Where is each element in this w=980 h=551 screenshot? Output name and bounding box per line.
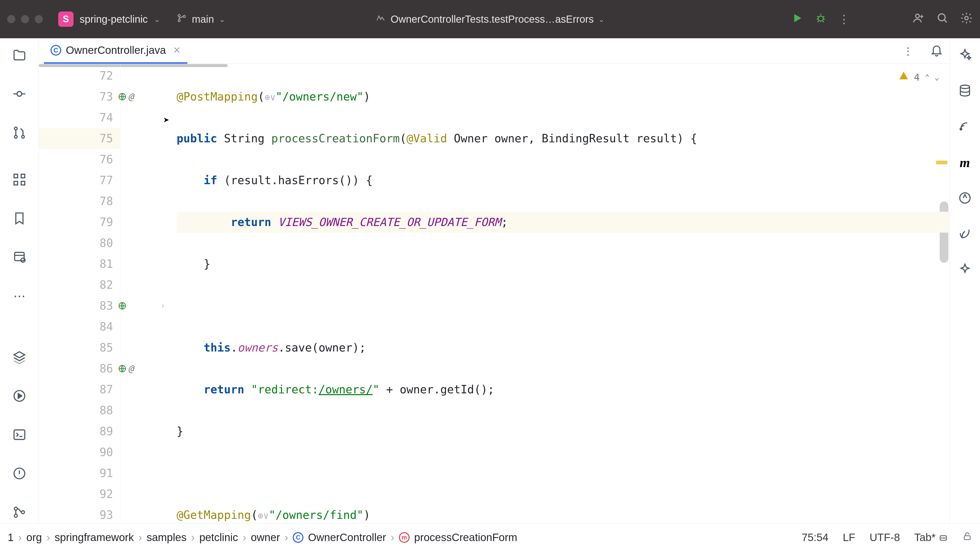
breadcrumb-item[interactable]: samples: [147, 531, 186, 544]
code-with-me-button[interactable]: [912, 12, 925, 27]
spring-tool-icon[interactable]: [958, 227, 972, 241]
close-window-icon[interactable]: [7, 15, 15, 23]
svg-rect-14: [21, 181, 25, 185]
breadcrumb-bar[interactable]: 1› org› springframework› samples› petcli…: [8, 531, 517, 544]
window-controls: [7, 15, 43, 23]
terminal-tool-icon[interactable]: [12, 427, 27, 443]
status-bar: 1› org› springframework› samples› petcli…: [0, 524, 980, 551]
status-right: 75:54 LF UTF-8 Tab*: [802, 531, 972, 544]
commit-tool-icon[interactable]: [12, 87, 27, 102]
java-class-icon: C: [51, 45, 61, 56]
svg-rect-18: [14, 430, 25, 439]
settings-button[interactable]: [960, 12, 973, 27]
svg-rect-12: [21, 174, 25, 178]
editor-tab-row: C OwnerController.java ✕ ⋮: [39, 38, 950, 64]
project-name: spring-petclinic: [80, 14, 148, 25]
chevron-down-icon: ⌄: [598, 15, 605, 24]
problems-tool-icon[interactable]: [12, 466, 27, 482]
breadcrumb-item[interactable]: springframework: [55, 531, 134, 544]
pull-requests-tool-icon[interactable]: [12, 125, 27, 141]
branch-icon: [177, 13, 187, 25]
tab-more-icon[interactable]: ⋮: [903, 45, 914, 57]
notifications-icon[interactable]: [930, 44, 943, 58]
svg-point-9: [14, 135, 17, 138]
editor-column: C OwnerController.java ✕ ⋮ 4 ⌃ ⌄: [39, 38, 950, 551]
code-editor[interactable]: 4 ⌃ ⌄ 72 73@ 74 75 76 77 78 79 80 81 82 …: [39, 64, 950, 551]
java-method-icon: m: [399, 532, 410, 543]
breadcrumb-item[interactable]: 1: [8, 531, 14, 544]
more-tools-icon[interactable]: ⋯: [13, 289, 25, 303]
ai-assistant-icon[interactable]: [958, 48, 972, 63]
code-area[interactable]: @PostMapping(⊕∨"/owners/new") public Str…: [121, 64, 950, 551]
breadcrumb-item[interactable]: processCreationForm: [414, 531, 517, 544]
run-button[interactable]: [791, 12, 803, 27]
more-actions-button[interactable]: ⋮: [838, 12, 850, 26]
svg-point-8: [14, 127, 17, 130]
vcs-tool-icon[interactable]: [12, 505, 27, 520]
line-separator[interactable]: LF: [843, 531, 855, 544]
svg-point-10: [21, 135, 24, 138]
title-bar: S spring-petclinic ⌄ main ⌄ OwnerControl…: [0, 0, 980, 38]
close-tab-icon[interactable]: ✕: [173, 45, 181, 56]
file-encoding[interactable]: UTF-8: [870, 531, 900, 544]
svg-point-21: [14, 514, 18, 517]
project-selector[interactable]: S spring-petclinic ⌄: [58, 11, 160, 27]
left-tool-strip: ⋯: [0, 38, 39, 551]
svg-rect-15: [14, 252, 24, 261]
chevron-down-icon: ⌄: [154, 15, 160, 24]
breadcrumb-item[interactable]: org: [26, 531, 42, 544]
zoom-window-icon[interactable]: [35, 15, 43, 23]
run-config-selector[interactable]: OwnerControllerTests.testProcess…asError…: [375, 13, 605, 26]
svg-point-0: [178, 14, 180, 16]
ai-chat-tool-icon[interactable]: [958, 262, 972, 277]
svg-rect-13: [14, 181, 18, 185]
run-tool-icon[interactable]: [12, 389, 27, 404]
bookmarks-tool-icon[interactable]: [12, 211, 27, 227]
persistence-tool-icon[interactable]: [12, 250, 27, 265]
svg-rect-11: [14, 174, 18, 178]
database-tool-icon[interactable]: [958, 84, 972, 98]
vcs-branch-selector[interactable]: main ⌄: [177, 13, 226, 25]
breadcrumb-item[interactable]: petclinic: [199, 531, 238, 544]
debug-button[interactable]: [815, 12, 827, 27]
breadcrumb-item[interactable]: owner: [251, 531, 280, 544]
java-class-icon: C: [293, 532, 304, 543]
svg-point-1: [178, 19, 180, 21]
run-config-name: OwnerControllerTests.testProcess…asError…: [391, 14, 594, 25]
svg-point-2: [183, 15, 185, 17]
branch-name: main: [192, 14, 214, 25]
search-everywhere-button[interactable]: [936, 12, 949, 27]
titlebar-right-actions: ⋮: [791, 12, 973, 27]
chevron-down-icon: ⌄: [219, 15, 225, 24]
indent-settings[interactable]: Tab*: [914, 531, 948, 544]
project-badge-icon: S: [58, 11, 73, 27]
svg-point-26: [960, 85, 969, 89]
svg-point-6: [965, 16, 968, 20]
structure-tool-icon[interactable]: [12, 172, 27, 188]
caret-position[interactable]: 75:54: [802, 531, 829, 544]
workspace: ⋯ C OwnerController.java ✕ ⋮: [0, 38, 980, 551]
coverage-tool-icon[interactable]: [958, 191, 972, 206]
readonly-toggle-icon[interactable]: [962, 531, 972, 544]
editor-gutter[interactable]: 72 73@ 74 75 76 77 78 79 80 81 82 83› 84…: [39, 64, 121, 551]
right-tool-strip: m: [950, 38, 980, 551]
svg-point-7: [17, 92, 22, 97]
editor-tab[interactable]: C OwnerController.java ✕: [44, 38, 187, 64]
svg-point-4: [916, 14, 920, 18]
svg-point-27: [960, 128, 962, 130]
project-tool-icon[interactable]: [12, 48, 27, 63]
layers-tool-icon[interactable]: [12, 350, 27, 365]
svg-point-3: [818, 16, 823, 21]
svg-point-20: [14, 507, 18, 510]
run-config-icon: [375, 13, 386, 26]
breadcrumb-item[interactable]: OwnerController: [308, 531, 386, 544]
tab-filename: OwnerController.java: [66, 44, 166, 56]
svg-point-22: [21, 511, 24, 514]
endpoints-tool-icon[interactable]: [958, 119, 972, 134]
maven-tool-icon[interactable]: m: [959, 155, 970, 170]
svg-rect-30: [964, 536, 970, 540]
minimize-window-icon[interactable]: [21, 15, 29, 23]
